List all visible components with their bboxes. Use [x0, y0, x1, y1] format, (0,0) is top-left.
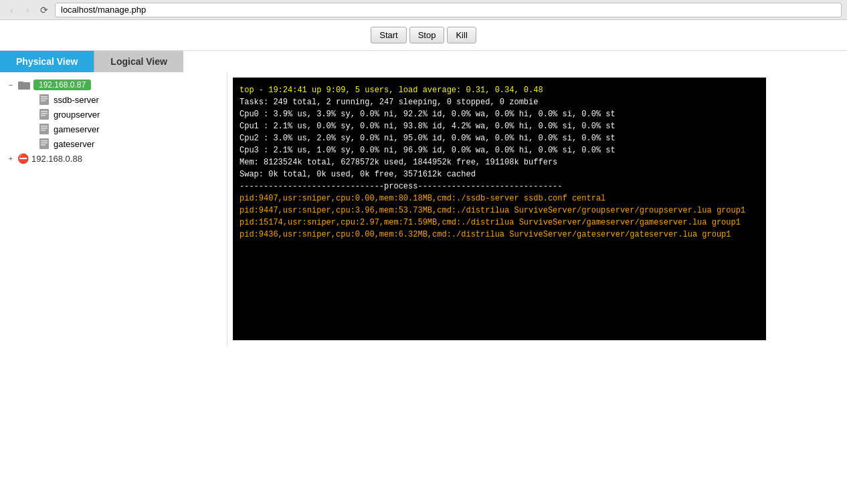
terminal-line: pid:15174,usr:sniper,cpu:2.97,mem:71.59M…	[240, 217, 759, 229]
gateserver-label: gateserver	[54, 139, 94, 149]
svg-rect-5	[41, 100, 45, 102]
node-192-168-0-87[interactable]: − 192.168.0.87	[0, 78, 227, 92]
svg-rect-7	[41, 111, 48, 112]
node-192-168-0-88[interactable]: + ⛔ 192.168.0.88	[0, 151, 227, 166]
tab-logical[interactable]: Logical View	[94, 51, 183, 72]
svg-rect-14	[39, 138, 49, 149]
terminal-line: Cpu3 : 2.1% us, 1.0% sy, 0.0% ni, 96.9% …	[240, 144, 759, 156]
refresh-button[interactable]: ⟳	[37, 3, 51, 17]
kill-button[interactable]: Kill	[447, 27, 476, 43]
gameserver-label: gameserver	[54, 124, 100, 134]
terminal-line: pid:9447,usr:sniper,cpu:3.96,mem:53.73MB…	[240, 205, 759, 217]
svg-rect-17	[41, 144, 45, 146]
toolbar: Start Stop Kill	[0, 20, 847, 51]
terminal-line: Cpu0 : 3.9% us, 3.9% sy, 0.0% ni, 92.2% …	[240, 108, 759, 120]
svg-rect-1	[18, 82, 23, 84]
tab-physical[interactable]: Physical View	[0, 51, 94, 72]
terminal-line: pid:9436,usr:sniper,cpu:0.00,mem:6.32MB,…	[240, 229, 759, 241]
terminal-line: pid:9407,usr:sniper,cpu:0.00,mem:80.18MB…	[240, 193, 759, 205]
file-icon-group	[37, 109, 51, 120]
svg-rect-9	[41, 115, 45, 116]
stop-button[interactable]: Stop	[409, 27, 445, 43]
ssdb-server-label: ssdb-server	[54, 95, 99, 105]
node1-ip-badge: 192.168.0.87	[33, 80, 91, 90]
svg-rect-8	[41, 113, 48, 114]
back-button[interactable]: ‹	[5, 4, 17, 16]
page-body: Start Stop Kill Physical View Logical Vi…	[0, 20, 847, 504]
terminal-line: ------------------------------process---…	[240, 180, 759, 193]
terminal-line: Tasks: 249 total, 2 running, 247 sleepin…	[240, 96, 759, 108]
folder-icon-node1	[17, 80, 31, 90]
list-item-groupserver[interactable]: groupserver	[0, 107, 227, 122]
terminal-line: Cpu1 : 2.1% us, 0.0% sy, 0.0% ni, 93.8% …	[240, 120, 759, 132]
svg-rect-6	[39, 109, 49, 120]
terminal-line: Swap: 0k total, 0k used, 0k free, 357161…	[240, 168, 759, 180]
svg-rect-10	[39, 124, 49, 134]
terminal-output: top - 19:24:41 up 9:09, 5 users, load av…	[233, 78, 766, 340]
list-item-gameserver[interactable]: gameserver	[0, 122, 227, 136]
terminal-line: top - 19:24:41 up 9:09, 5 users, load av…	[240, 84, 759, 96]
browser-chrome: ‹ › ⟳	[0, 0, 847, 20]
forward-button[interactable]: ›	[21, 4, 33, 16]
file-icon-game	[37, 124, 51, 134]
svg-rect-13	[41, 130, 45, 131]
content-area: top - 19:24:41 up 9:09, 5 users, load av…	[227, 72, 847, 346]
svg-rect-11	[41, 126, 48, 127]
main-layout: − 192.168.0.87	[0, 72, 847, 346]
collapse-icon: −	[5, 80, 16, 90]
svg-rect-2	[39, 94, 49, 105]
start-button[interactable]: Start	[371, 27, 406, 43]
file-icon-ssdb	[37, 94, 51, 105]
sidebar: − 192.168.0.87	[0, 72, 227, 346]
svg-rect-3	[41, 96, 48, 98]
svg-rect-15	[41, 140, 48, 142]
tab-bar: Physical View Logical View	[0, 51, 847, 72]
error-icon-node2: ⛔	[17, 153, 29, 164]
svg-rect-4	[41, 98, 48, 100]
expand-icon-node2: +	[5, 153, 16, 164]
groupserver-label: groupserver	[54, 110, 100, 120]
file-icon-gate	[37, 138, 51, 149]
terminal-line: Mem: 8123524k total, 6278572k used, 1844…	[240, 156, 759, 168]
svg-rect-12	[41, 128, 48, 129]
list-item-ssdb-server[interactable]: ssdb-server	[0, 92, 227, 107]
address-bar[interactable]	[55, 3, 842, 17]
svg-rect-16	[41, 142, 48, 144]
node2-ip-label: 192.168.0.88	[31, 154, 82, 164]
list-item-gateserver[interactable]: gateserver	[0, 136, 227, 151]
terminal-line: Cpu2 : 3.0% us, 2.0% sy, 0.0% ni, 95.0% …	[240, 132, 759, 144]
